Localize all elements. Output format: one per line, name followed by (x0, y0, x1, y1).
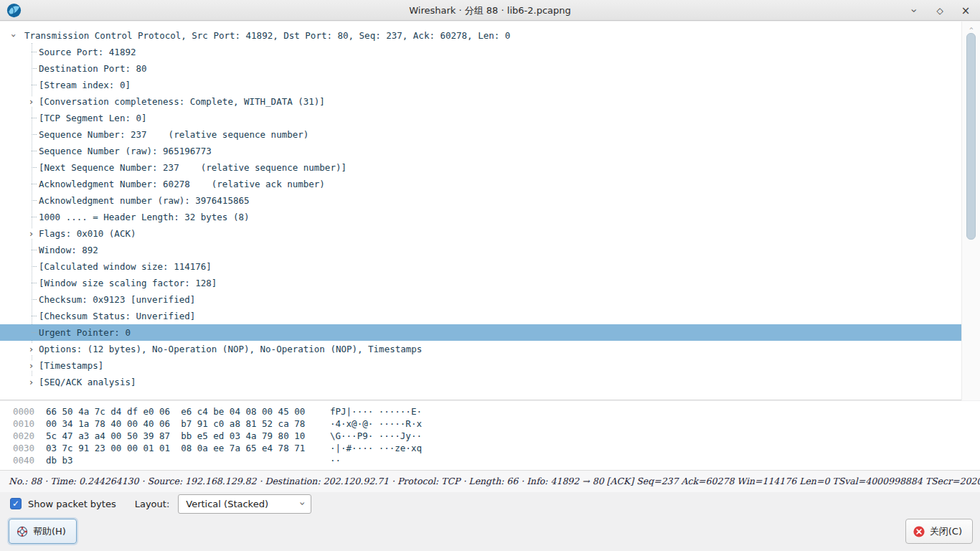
tree-item-label: Checksum: 0x9123 [unverified] (39, 294, 195, 305)
titlebar: Wireshark · 分组 88 · lib6-2.pcapng › ◇ × (0, 0, 980, 21)
tree-row[interactable]: ›[Conversation completeness: Complete, W… (0, 93, 961, 110)
tree-row[interactable]: 1000 .... = Header Length: 32 bytes (8) (0, 209, 961, 225)
tree-item-label: [TCP Segment Len: 0] (39, 113, 147, 123)
close-window-button[interactable]: × (960, 4, 971, 17)
hex-ascii[interactable]: fPJ|···· ······E· (330, 405, 422, 418)
tree-row[interactable]: Acknowledgment Number: 60278 (relative a… (0, 176, 961, 192)
tree-item-label: 1000 .... = Header Length: 32 bytes (8) (39, 212, 250, 222)
tree-item-label: [Checksum Status: Unverified] (39, 311, 195, 321)
hex-ascii[interactable]: ·· (330, 454, 341, 466)
layout-label: Layout: (135, 499, 170, 509)
layout-select-value: Vertical (Stacked) (186, 499, 300, 509)
dialog-button-row: 帮助(H) 关闭(C) (0, 517, 980, 551)
tree-item-label: Window: 892 (39, 245, 98, 255)
hex-row[interactable]: 0020 5c 47 a3 a4 00 50 39 87 bb e5 ed 03… (0, 430, 980, 442)
close-circle-icon (913, 526, 925, 537)
hex-offset: 0030 (13, 442, 46, 454)
controls-row: ✓ Show packet bytes Layout: Vertical (St… (0, 492, 980, 515)
hex-row[interactable]: 0000 66 50 4a 7c d4 df e0 06 e6 c4 be 04… (0, 405, 980, 418)
tree-row[interactable]: [Stream index: 0] (0, 77, 961, 93)
tree-row[interactable]: Sequence Number: 237 (relative sequence … (0, 126, 961, 143)
tree-row[interactable]: Source Port: 41892 (0, 44, 961, 60)
tree-row[interactable]: ›Flags: 0x010 (ACK) (0, 225, 961, 242)
tree-row[interactable]: Destination Port: 80 (0, 60, 961, 77)
tree-item-label: Acknowledgment Number: 60278 (relative a… (39, 179, 325, 189)
hex-ascii[interactable]: ·|·#···· ···ze·xq (330, 442, 422, 454)
tree-item-label: [SEQ/ACK analysis] (39, 377, 136, 387)
hex-offset: 0020 (13, 430, 46, 442)
tree-row[interactable]: [Calculated window size: 114176] (0, 258, 961, 275)
help-button[interactable]: 帮助(H) (9, 519, 77, 544)
tree-row[interactable]: Checksum: 0x9123 [unverified] (0, 291, 961, 308)
hex-bytes[interactable]: 03 7c 91 23 00 00 01 01 08 0a ee 7a 65 e… (46, 442, 330, 454)
hex-bytes[interactable]: db b3 (46, 454, 330, 466)
hex-ascii[interactable]: ·4·x@·@· ·····R·x (330, 418, 422, 430)
tree-item-label: Source Port: 41892 (39, 47, 136, 57)
hex-row[interactable]: 0040 db b3 ·· (0, 454, 980, 466)
scrollbar-thumb[interactable] (966, 33, 976, 240)
layout-select[interactable]: Vertical (Stacked) › (178, 494, 311, 514)
tree-item-label: Transmission Control Protocol, Src Port:… (24, 30, 510, 41)
tree-item-label: Sequence Number (raw): 965196773 (39, 146, 212, 156)
tree-item-label: [Next Sequence Number: 237 (relative seq… (39, 162, 347, 173)
tree-row[interactable]: Window: 892 (0, 242, 961, 258)
tree-item-label: Flags: 0x010 (ACK) (39, 228, 136, 239)
tree-item-label: Sequence Number: 237 (relative sequence … (39, 129, 308, 140)
tree-row[interactable]: ›[SEQ/ACK analysis] (0, 374, 961, 390)
tree-row[interactable]: Acknowledgment number (raw): 3976415865 (0, 192, 961, 209)
maximize-button[interactable]: ◇ (934, 4, 946, 17)
hex-bytes[interactable]: 00 34 1a 78 40 00 40 06 b7 91 c0 a8 81 5… (46, 418, 330, 430)
expand-icon[interactable]: › (26, 360, 37, 371)
tree-item-label: Urgent Pointer: 0 (39, 327, 131, 338)
expand-icon[interactable]: › (26, 96, 37, 107)
chevron-down-icon: › (296, 501, 308, 506)
tree-row[interactable]: ›[Timestamps] (0, 357, 961, 374)
tree-item-label: [Calculated window size: 114176] (39, 261, 212, 272)
show-packet-bytes-label: Show packet bytes (28, 499, 116, 509)
hex-offset: 0000 (13, 405, 46, 418)
scrollbar[interactable]: › (961, 22, 980, 400)
expand-icon[interactable]: › (26, 228, 37, 239)
hex-row[interactable]: 0010 00 34 1a 78 40 00 40 06 b7 91 c0 a8… (0, 418, 980, 430)
tree-item-label: [Stream index: 0] (39, 80, 131, 90)
collapse-icon[interactable]: › (9, 30, 19, 41)
tree-row[interactable]: [Window size scaling factor: 128] (0, 275, 961, 291)
show-packet-bytes-toggle[interactable]: ✓ Show packet bytes (10, 498, 116, 509)
packet-bytes-pane: 0000 66 50 4a 7c d4 df e0 06 e6 c4 be 04… (0, 401, 980, 470)
hex-bytes[interactable]: 66 50 4a 7c d4 df e0 06 e6 c4 be 04 08 0… (46, 405, 330, 418)
tree-row[interactable]: [TCP Segment Len: 0] (0, 110, 961, 126)
tree-item-label: Acknowledgment number (raw): 3976415865 (39, 195, 250, 206)
tree-item-label: [Timestamps] (39, 360, 103, 371)
hex-offset: 0040 (13, 454, 46, 466)
hex-ascii[interactable]: \G···P9· ····Jy·· (330, 430, 422, 442)
tree-item-label: Destination Port: 80 (39, 63, 147, 74)
packet-summary: No.: 88 · Time: 0.244264130 · Source: 19… (0, 470, 980, 492)
tree-row[interactable]: [Next Sequence Number: 237 (relative seq… (0, 159, 961, 176)
packet-detail-pane: › Transmission Control Protocol, Src Por… (0, 22, 980, 400)
tree-item-label: [Window size scaling factor: 128] (39, 278, 217, 288)
tree-item-label: Options: (12 bytes), No-Operation (NOP),… (39, 344, 422, 354)
tree-item-label: [Conversation completeness: Complete, WI… (39, 96, 325, 107)
tree-viewport: › Transmission Control Protocol, Src Por… (0, 22, 961, 400)
hex-bytes[interactable]: 5c 47 a3 a4 00 50 39 87 bb e5 ed 03 4a 7… (46, 430, 330, 442)
minimize-button[interactable]: › (908, 5, 920, 17)
hex-row[interactable]: 0030 03 7c 91 23 00 00 01 01 08 0a ee 7a… (0, 442, 980, 454)
tree-row[interactable]: [Checksum Status: Unverified] (0, 308, 961, 324)
expand-icon[interactable]: › (26, 377, 37, 387)
expand-icon[interactable]: › (26, 344, 37, 354)
close-button[interactable]: 关闭(C) (905, 519, 973, 544)
checkbox-checked-icon[interactable]: ✓ (10, 498, 22, 509)
close-button-label: 关闭(C) (930, 525, 962, 538)
hex-offset: 0010 (13, 418, 46, 430)
tree-row[interactable]: ›Options: (12 bytes), No-Operation (NOP)… (0, 341, 961, 357)
tree-row[interactable]: Sequence Number (raw): 965196773 (0, 143, 961, 159)
help-button-label: 帮助(H) (33, 525, 66, 538)
tree-row-root[interactable]: › Transmission Control Protocol, Src Por… (0, 27, 961, 44)
window-title: Wireshark · 分组 88 · lib6-2.pcapng (0, 0, 980, 21)
tree-row-selected[interactable]: Urgent Pointer: 0 (0, 324, 961, 341)
help-icon (17, 526, 28, 537)
